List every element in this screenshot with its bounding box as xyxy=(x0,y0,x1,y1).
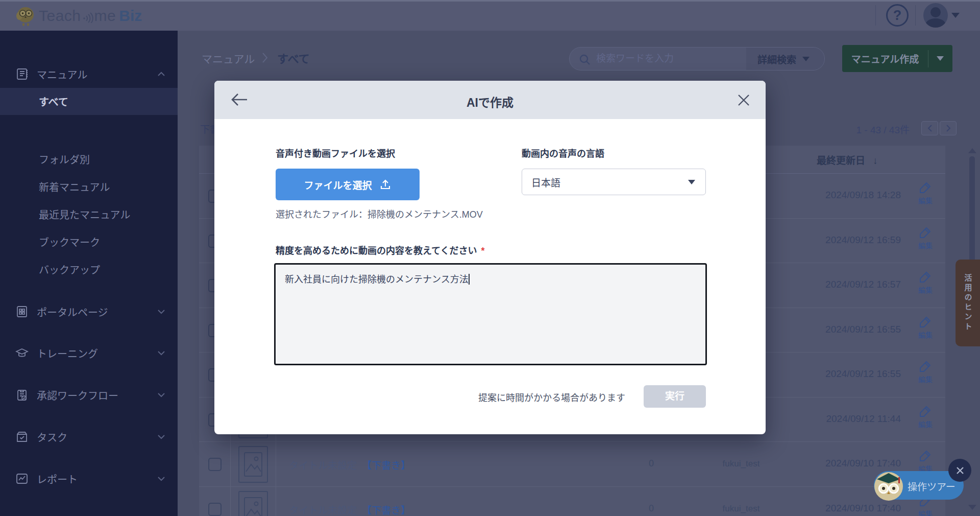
row-title-link[interactable]: タイトル未設定【下書き】 xyxy=(289,503,410,516)
sidebar-item-by-folder[interactable]: フォルダ別 xyxy=(0,145,178,173)
sidebar-item-label: すべて xyxy=(39,94,68,109)
text-cursor xyxy=(469,274,470,285)
avatar-caret-icon[interactable] xyxy=(951,13,960,18)
sidebar-item-label: ブックマーク xyxy=(39,234,100,249)
scrollbar-down-arrow[interactable] xyxy=(968,505,976,510)
tour-close-button[interactable] xyxy=(948,459,971,482)
row-author: fukui_test xyxy=(710,459,772,469)
row-edit-button[interactable]: 編集 xyxy=(911,360,940,384)
close-icon[interactable] xyxy=(737,93,750,107)
app-logo[interactable]: Teach me Biz xyxy=(14,5,142,27)
breadcrumb-chevron-icon xyxy=(261,52,268,63)
processing-note: 提案に時間がかかる場合があります xyxy=(478,390,625,404)
pagination-range: 1 - 43 / 43件 xyxy=(796,122,910,136)
usage-hints-tab[interactable]: 活用のヒント xyxy=(955,260,980,346)
ai-create-modal: AIで作成 音声付き動画ファイルを選択 ファイルを選択 選択されたファイル：掃除… xyxy=(214,81,766,434)
sidebar-item-tasks[interactable]: タスク xyxy=(0,425,178,449)
file-select-button[interactable]: ファイルを選択 xyxy=(276,169,420,200)
pencil-edit-icon xyxy=(919,405,932,418)
breadcrumb-current: すべて xyxy=(277,50,310,66)
chevron-down-icon xyxy=(802,57,810,61)
table-row: タイトル未設定【下書き】 0 fukui_test 2024/09/10 17:… xyxy=(199,442,945,487)
description-label: 精度を高めるために動画の内容を教えてください* xyxy=(276,243,485,256)
modal-header: AIで作成 xyxy=(214,81,766,119)
pagination-prev-button[interactable] xyxy=(921,121,938,135)
scrollbar-up-arrow[interactable] xyxy=(968,148,976,153)
language-select[interactable]: 日本語 xyxy=(522,169,706,195)
row-edit-label: 編集 xyxy=(911,419,940,429)
row-edit-button[interactable]: 編集 xyxy=(911,449,940,474)
logo-text-me: me xyxy=(94,7,116,25)
pagination-next-button[interactable] xyxy=(940,121,957,135)
row-last-updated: 2024/09/18 14:28 xyxy=(801,190,901,201)
tour-label: 操作ツアー xyxy=(908,479,955,493)
row-edit-label: 編集 xyxy=(911,195,940,205)
chevron-down-icon xyxy=(688,180,695,184)
chevron-down-icon xyxy=(157,476,165,481)
sidebar-item-reports[interactable]: レポート xyxy=(0,466,178,491)
row-edit-button[interactable]: 編集 xyxy=(911,226,940,250)
logo-sound-waves-icon xyxy=(82,12,93,23)
row-edit-button[interactable]: 編集 xyxy=(911,405,940,429)
top-bar xyxy=(0,0,980,31)
row-author: fukui_test xyxy=(710,504,772,514)
topbar-divider xyxy=(875,5,876,26)
sidebar-item-label: タスク xyxy=(37,430,67,444)
sidebar-item-manual[interactable]: マニュアル xyxy=(0,60,178,88)
tour-owl-mascot-icon xyxy=(872,468,905,502)
logo-text-biz: Biz xyxy=(119,7,142,25)
column-header-last-updated[interactable]: 最終更新日 ↓ xyxy=(817,153,878,167)
row-status-badge: 【下書き】 xyxy=(362,460,410,471)
description-textarea[interactable]: 新入社員に向けた掃除機のメンテナンス方法 xyxy=(274,263,707,365)
row-last-updated: 2024/09/12 16:57 xyxy=(801,279,901,290)
clipboard-check-icon xyxy=(15,388,29,402)
row-thumbnail xyxy=(238,491,268,516)
pencil-edit-icon xyxy=(919,360,932,373)
row-edit-button[interactable]: 編集 xyxy=(911,270,940,295)
run-button[interactable]: 実行 xyxy=(644,385,706,408)
row-edit-label: 編集 xyxy=(911,374,940,384)
topbar-divider xyxy=(915,5,916,26)
sidebar-item-label: 承認ワークフロー xyxy=(37,388,118,403)
row-checkbox[interactable] xyxy=(208,503,222,516)
row-last-updated: 2024/09/12 11:44 xyxy=(801,413,901,425)
search-input[interactable] xyxy=(596,51,734,66)
user-avatar[interactable] xyxy=(923,3,948,28)
sidebar-item-bookmarks[interactable]: ブックマーク xyxy=(0,228,178,255)
sidebar-item-all[interactable]: すべて xyxy=(0,88,178,115)
create-manual-dropdown[interactable] xyxy=(928,56,952,61)
sidebar-item-label: フォルダ別 xyxy=(39,152,90,167)
task-check-icon xyxy=(15,430,29,443)
sidebar-item-new-manuals[interactable]: 新着マニュアル xyxy=(0,173,178,200)
row-title-link[interactable]: タイトル未設定【下書き】 xyxy=(289,458,410,472)
breadcrumb-parent[interactable]: マニュアル xyxy=(202,51,255,66)
sidebar-item-label: 新着マニュアル xyxy=(39,179,110,194)
row-status-badge: 【下書き】 xyxy=(362,505,410,516)
top-strip xyxy=(0,0,980,2)
advanced-search-button[interactable]: 詳細検索 xyxy=(746,48,824,70)
row-last-updated: 2024/09/12 16:55 xyxy=(801,324,901,335)
file-select-label: ファイルを選択 xyxy=(304,178,372,192)
help-icon[interactable]: ? xyxy=(886,4,909,27)
sidebar-item-approval-workflow[interactable]: 承認ワークフロー xyxy=(0,383,178,407)
create-manual-button[interactable]: マニュアル作成 xyxy=(842,45,952,72)
sidebar-item-recently-viewed[interactable]: 最近見たマニュアル xyxy=(0,200,178,228)
row-edit-button[interactable]: 編集 xyxy=(911,315,940,340)
upload-icon xyxy=(379,178,391,191)
sidebar-item-training[interactable]: トレーニング xyxy=(0,341,178,365)
search-bar: 詳細検索 xyxy=(569,47,825,71)
selected-file-text: 選択されたファイル：掃除機のメンテナンス.MOV xyxy=(276,207,483,220)
sidebar-item-label: レポート xyxy=(37,472,78,486)
owl-mascot-icon xyxy=(14,5,36,27)
sidebar-item-label: マニュアル xyxy=(37,67,87,82)
sidebar-item-portal-pages[interactable]: ポータルページ xyxy=(0,299,178,324)
search-icon xyxy=(579,54,591,66)
logo-text-teach: Teach xyxy=(39,7,81,25)
row-edit-button[interactable]: 編集 xyxy=(911,181,940,205)
portal-page-icon xyxy=(15,305,29,318)
language-value: 日本語 xyxy=(531,175,560,189)
row-checkbox[interactable] xyxy=(208,458,222,471)
report-chart-icon xyxy=(15,472,29,485)
create-manual-label: マニュアル作成 xyxy=(842,52,928,65)
row-thumbnail xyxy=(238,446,268,483)
